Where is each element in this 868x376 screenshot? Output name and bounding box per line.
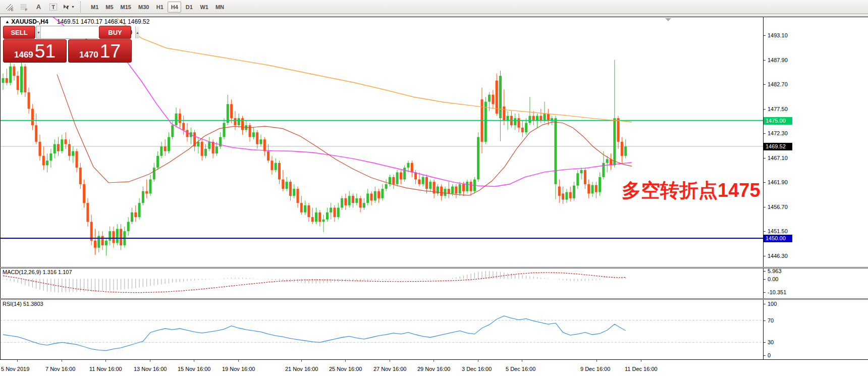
tab-timeframe-m5[interactable]: M5 xyxy=(102,2,116,13)
time-tick-label: 15 Nov 16:00 xyxy=(178,366,210,372)
one-click-trading-panel: SELL ▼ ▲ BUY 1469 51 1470 17 xyxy=(3,26,132,63)
sell-price-pips: 51 xyxy=(35,41,56,62)
price-tag-1475.00: 1475.00 xyxy=(764,117,792,125)
chart-title: ▲ XAUUSD-,H4 1469.51 1470.17 1468.41 146… xyxy=(5,18,149,25)
time-tick-label: 25 Nov 16:00 xyxy=(329,366,362,372)
axis-tick-label: 1456.70 xyxy=(768,204,788,210)
tab-timeframe-m30[interactable]: M30 xyxy=(135,2,152,13)
chart-text-annotation: 多空转折点1475 xyxy=(622,178,761,203)
candles-group xyxy=(2,60,627,256)
price-tag-1469.52: 1469.52 xyxy=(764,143,792,150)
symbol-period-label: XAUUSD-,H4 xyxy=(11,18,48,25)
axis-tick xyxy=(764,207,766,207)
axis-tick-label: 30 xyxy=(768,339,774,345)
axis-tick xyxy=(764,256,766,256)
axis-tick xyxy=(764,158,766,158)
time-tick-label: 11 Dec 16:00 xyxy=(625,366,658,372)
tab-timeframe-h4[interactable]: H4 xyxy=(168,2,181,13)
axis-tick-label: 1477.50 xyxy=(768,106,788,112)
time-tick-label: 21 Nov 16:00 xyxy=(285,366,318,372)
axis-tick-label: 0 xyxy=(768,352,771,358)
axis-tick-label: 70 xyxy=(768,317,774,324)
price-axis-separator xyxy=(763,17,764,360)
ohlc-values: 1469.51 1470.17 1468.41 1469.52 xyxy=(57,18,150,25)
time-tick xyxy=(238,360,239,362)
time-axis-separator xyxy=(0,359,868,360)
macd-indicator-canvas[interactable] xyxy=(0,268,763,298)
price-axis[interactable]: 1493.101487.901482.701477.501472.301467.… xyxy=(764,17,868,267)
ma-fast-red xyxy=(57,74,632,195)
macd-panel-splitter[interactable] xyxy=(0,267,868,268)
tab-timeframe-m15[interactable]: M15 xyxy=(118,2,134,13)
tab-timeframe-w1[interactable]: W1 xyxy=(197,2,211,13)
svg-text:E: E xyxy=(11,8,14,11)
axis-tick xyxy=(764,35,766,36)
time-axis[interactable]: 5 Nov 20197 Nov 16:0011 Nov 16:0013 Nov … xyxy=(0,360,868,376)
time-tick-label: 11 Nov 16:00 xyxy=(89,366,122,372)
time-tick xyxy=(17,360,18,362)
top-toolbar: EFAT▾ M1M5M15M30H1H4D1W1MN xyxy=(0,0,868,14)
axis-tick-label: 1482.70 xyxy=(768,81,788,87)
arrange-windows-icon[interactable]: ▾ xyxy=(61,2,75,13)
sell-quote-box[interactable]: 1469 51 xyxy=(3,39,67,63)
axis-tick-label: 5.963 xyxy=(768,268,782,274)
toolbar-separator xyxy=(80,2,84,13)
axis-tick-label: 0.00 xyxy=(768,276,778,282)
volume-stepper: ▼ ▲ xyxy=(36,26,98,39)
chart-window-left-border xyxy=(0,17,1,360)
axis-tick-label: 1487.90 xyxy=(768,57,788,63)
buy-button[interactable]: BUY xyxy=(99,26,131,39)
ma-slow-orange xyxy=(117,18,632,122)
price-tag-1450.00: 1450.00 xyxy=(764,235,792,242)
time-tick xyxy=(105,360,106,362)
sell-price-main: 1469 xyxy=(14,44,33,66)
macd-axis[interactable]: 5.9630.00-10.351 xyxy=(764,268,868,298)
time-tick-label: 27 Nov 16:00 xyxy=(373,366,406,372)
rsi-indicator-canvas[interactable] xyxy=(0,300,763,359)
buy-quote-box[interactable]: 1470 17 xyxy=(68,39,132,63)
axis-tick-label: 100 xyxy=(768,301,777,307)
axis-tick xyxy=(764,60,766,61)
tab-timeframe-h1[interactable]: H1 xyxy=(153,2,167,13)
timeframe-buttons-group: M1M5M15M30H1H4D1W1MN xyxy=(87,2,228,13)
fibonacci-retracement-icon[interactable]: F xyxy=(17,2,31,13)
chart-shift-marker-icon[interactable] xyxy=(665,18,671,21)
time-tick xyxy=(522,360,522,362)
text-label-tool-icon[interactable]: T xyxy=(46,2,60,13)
sell-button[interactable]: SELL xyxy=(3,26,35,39)
macd-signal-line xyxy=(3,273,626,293)
volume-decrease-button[interactable]: ▼ xyxy=(37,26,41,38)
time-tick-label: 3 Dec 16:00 xyxy=(462,366,492,372)
rsi-axis[interactable]: 10070300 xyxy=(764,300,868,359)
axis-tick xyxy=(764,231,766,232)
axis-tick xyxy=(764,320,766,321)
axis-tick xyxy=(764,342,766,343)
equidistant-channel-icon[interactable]: E xyxy=(3,2,16,13)
rsi-panel-splitter[interactable] xyxy=(0,298,868,300)
axis-tick xyxy=(764,109,766,110)
axis-tick xyxy=(764,279,766,280)
buy-price-pips: 17 xyxy=(100,41,121,62)
toolbar-gap xyxy=(0,15,868,17)
text-tool-icon[interactable]: A xyxy=(32,2,45,13)
rsi-line xyxy=(3,316,626,351)
chart-window-top-border xyxy=(0,17,868,17)
axis-tick-label: 1467.10 xyxy=(768,155,788,161)
time-tick xyxy=(596,360,597,362)
axis-tick xyxy=(764,292,766,293)
time-tick-label: 13 Nov 16:00 xyxy=(134,366,167,372)
volume-increase-button[interactable]: ▲ xyxy=(135,26,139,38)
tab-timeframe-m1[interactable]: M1 xyxy=(88,2,101,13)
collapse-panel-icon[interactable]: ▲ xyxy=(5,19,10,24)
axis-tick xyxy=(764,133,766,134)
time-tick-label: 5 Nov 2019 xyxy=(1,366,29,372)
tab-timeframe-d1[interactable]: D1 xyxy=(182,2,196,13)
time-tick-label: 19 Nov 16:00 xyxy=(222,366,255,372)
ma-mid-magenta xyxy=(52,17,632,187)
time-tick xyxy=(478,360,478,362)
rsi-indicator-label: RSI(14) 51.3803 xyxy=(3,301,43,307)
axis-tick xyxy=(764,355,766,356)
tab-timeframe-mn[interactable]: MN xyxy=(212,2,227,13)
axis-tick-label: 1472.30 xyxy=(768,130,788,136)
axis-tick-label: 1446.30 xyxy=(768,253,788,259)
